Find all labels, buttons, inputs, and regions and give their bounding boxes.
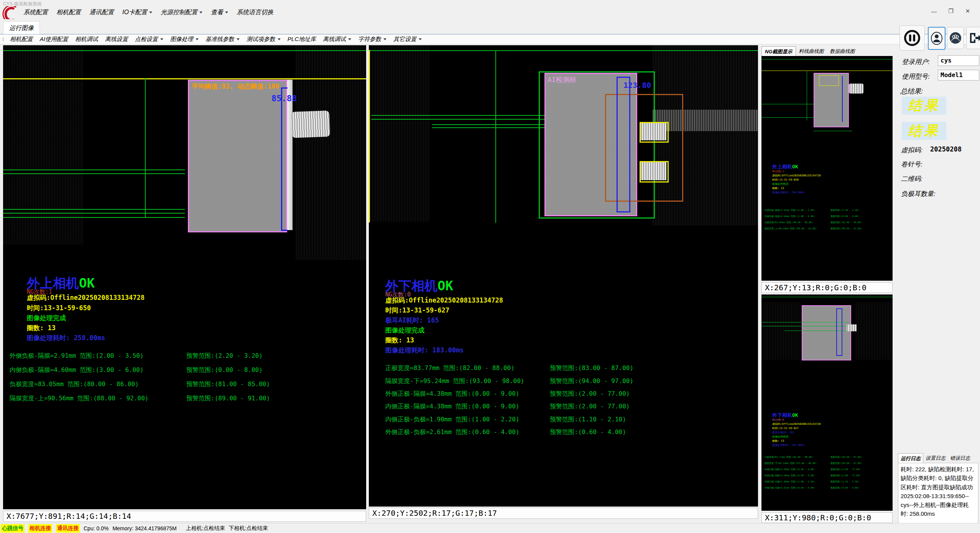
mini-measure-line xyxy=(842,76,845,122)
tool-offline-debug[interactable]: 离线调试 xyxy=(319,35,355,44)
tool-camera-debug[interactable]: 相机调试 xyxy=(72,35,102,44)
process-done: 图像处理完成 xyxy=(27,314,66,322)
measurement-row: 外侧正极-负极=2.61mm 范围:(0.60 - 4.00) 预警范围:(0.… xyxy=(369,428,758,436)
users-icon xyxy=(949,31,962,45)
reference-line-vertical xyxy=(145,78,146,217)
measurement-row: 内侧正极-隔膜=4.38mm 范围:(0.00 - 9.00) 预警范围:(2.… xyxy=(369,403,758,410)
reference-line xyxy=(3,173,185,174)
mini-measurements: 正极宽度=83.77mm 范围:(82.00 - 88.00)预警范围:(83.… xyxy=(765,456,891,492)
restore-button[interactable]: ❐ xyxy=(942,6,959,16)
blue-measure-box xyxy=(617,77,630,212)
preview-tab-bar: NG截图显示 料线曲线图 数据曲线图 xyxy=(761,46,858,57)
ng-preview-lower[interactable]: 外下相机OK NG次数:0 虚拟码:Offline202502081331347… xyxy=(761,294,893,511)
chevron-down-icon xyxy=(196,38,199,40)
reference-line xyxy=(371,119,544,120)
width-value-overlay: 123.80 xyxy=(623,81,651,90)
mini-blue-box xyxy=(836,308,842,356)
tool-plc-address[interactable]: PLC地址库 xyxy=(284,35,319,44)
minimize-button[interactable]: — xyxy=(926,6,942,16)
menu-light-config[interactable]: 光源控制配置 xyxy=(157,7,206,18)
qr-code-label: 二维码: xyxy=(901,174,922,183)
tool-ai-use-config[interactable]: AI使用配置 xyxy=(36,35,72,44)
login-user-input[interactable]: cys xyxy=(938,55,979,66)
menu-comm-config[interactable]: 通讯配置 xyxy=(86,7,117,18)
upper-camera-view[interactable]: 平均阈值:93, 动态阈值:100 85.88 外上相机OK NG次数:1 虚拟… xyxy=(3,45,366,509)
threshold-overlay: 平均阈值:93, 动态阈值:100 xyxy=(192,82,279,91)
menu-view[interactable]: 查看 xyxy=(207,7,232,18)
model-input[interactable]: Model1 xyxy=(938,70,979,81)
tab-run-log[interactable]: 运行日志 xyxy=(898,453,923,464)
process-elapsed: 图像处理耗时: 258.00ms xyxy=(27,334,105,342)
ai-box-label: AI检测框 xyxy=(548,75,577,84)
loop-count: 圈数: 13 xyxy=(385,336,414,345)
mini-specimen xyxy=(802,305,851,360)
virtual-code: 虚拟码:Offline20250208133134728 xyxy=(385,296,503,305)
reference-line xyxy=(369,50,758,51)
model-label: 使用型号: xyxy=(902,72,930,81)
reference-line xyxy=(3,217,185,218)
tab-ng-screenshot[interactable]: NG截图显示 xyxy=(761,46,796,57)
ai-elapsed: 极耳AI耗时: 165 xyxy=(385,316,439,325)
tool-offline-setting[interactable]: 离线设置 xyxy=(102,35,132,44)
menu-camera-config[interactable]: 相机配置 xyxy=(53,7,84,18)
reference-line xyxy=(3,213,185,214)
upper-camera-pixel-readout: X:7677;Y:891;R:14;G:14;B:14 xyxy=(3,511,366,522)
reference-line xyxy=(432,124,544,125)
chevron-down-icon xyxy=(225,12,228,13)
app-window: CYS-视觉检测系统 — ❐ ✕ 系统配置 相机配置 通讯配置 IO卡配置 光源… xyxy=(0,0,980,533)
memory-usage: Memory: 3424.41796875M xyxy=(112,525,176,531)
tool-spot-check[interactable]: 点检设置 xyxy=(132,35,167,44)
reference-line-vertical xyxy=(495,50,496,223)
window-controls: — ❐ ✕ xyxy=(926,6,976,16)
yellow-tab-box xyxy=(640,122,669,143)
reference-line xyxy=(761,117,814,118)
measurement-row: 负极宽度=83.05mm 范围:(80.00 - 86.00) 预警范围:(81… xyxy=(3,380,366,388)
reel-number-label: 卷针号: xyxy=(901,160,922,169)
tab-error-log[interactable]: 错误日志 xyxy=(948,453,972,464)
chevron-down-icon xyxy=(348,38,351,40)
tab-data-curve[interactable]: 数据曲线图 xyxy=(827,46,858,57)
title-bar: CYS-视觉检测系统 xyxy=(0,0,980,6)
chevron-down-icon xyxy=(383,38,386,40)
pause-button[interactable] xyxy=(899,25,925,51)
reference-line xyxy=(761,104,814,104)
reference-line xyxy=(371,115,544,116)
mini-info-block: NG次数:0 虚拟码:Offline20250208133134728 时间:1… xyxy=(772,418,821,447)
result-badge-upper: 结果 xyxy=(902,97,946,115)
tab-material-curve[interactable]: 料线曲线图 xyxy=(796,46,827,57)
baseline-yellow xyxy=(3,78,366,79)
tool-baseline-params[interactable]: 基准线参数 xyxy=(202,35,243,44)
width-value-overlay: 85.88 xyxy=(271,94,297,103)
menu-bar: 系统配置 相机配置 通讯配置 IO卡配置 光源控制配置 查看 系统语言切换 xyxy=(20,7,277,18)
virtual-code-value: 20250208 xyxy=(930,145,962,153)
reference-line-vertical xyxy=(807,71,807,120)
tab-settings-log[interactable]: 设置日志 xyxy=(923,453,948,464)
tab-run-image[interactable]: 运行图像 xyxy=(3,21,40,35)
logout-button[interactable] xyxy=(966,27,980,49)
tab-metal-texture xyxy=(291,110,330,138)
lower-camera-check-status: 下相机:点检结束 xyxy=(229,525,268,532)
reference-line xyxy=(3,50,366,51)
menu-io-config[interactable]: IO卡配置 xyxy=(119,7,156,18)
process-done: 图像处理完成 xyxy=(385,326,424,335)
tool-camera-config[interactable]: 相机配置 xyxy=(7,35,36,44)
users-button[interactable] xyxy=(947,27,964,49)
toolbar-grip-icon[interactable]: ⁞⁞ xyxy=(2,37,3,42)
menu-language-switch[interactable]: 系统语言切换 xyxy=(233,7,277,18)
measurement-row: 内侧正极-负极=1.90mm 范围:(1.00 - 2.20) 预警范围:(1.… xyxy=(369,416,758,423)
measurement-row: 外侧正极-隔膜=4.38mm 范围:(0.00 - 9.00) 预警范围:(2.… xyxy=(369,390,758,398)
tool-other-settings[interactable]: 其它设置 xyxy=(390,35,425,44)
close-button[interactable]: ✕ xyxy=(959,6,976,16)
total-result-label: 总结果: xyxy=(900,87,923,96)
tool-test-params[interactable]: 测试项参数 xyxy=(243,35,284,44)
ng-preview-upper[interactable]: 外上相机OK NG次数:1 虚拟码:Offline202502081331347… xyxy=(761,56,893,281)
tool-char-params[interactable]: 字符参数 xyxy=(355,35,390,44)
cpu-usage: Cpu: 0.0% xyxy=(84,525,109,531)
tool-image-process[interactable]: 图像处理 xyxy=(167,35,202,44)
capture-time: 时间:13-31-59-650 xyxy=(27,304,91,313)
lower-camera-view[interactable]: AI检测框 123.80 外下相机OK NG次数:0 虚拟码:Offline20… xyxy=(369,45,758,507)
user-button[interactable] xyxy=(928,27,945,50)
menu-system-config[interactable]: 系统配置 xyxy=(20,7,51,18)
run-log-text: 耗时: 222, 缺陷检测耗时: 17, 缺陷分类耗时: 0, 缺陷提取分区耗时… xyxy=(898,463,978,531)
mini-roller xyxy=(761,302,800,360)
